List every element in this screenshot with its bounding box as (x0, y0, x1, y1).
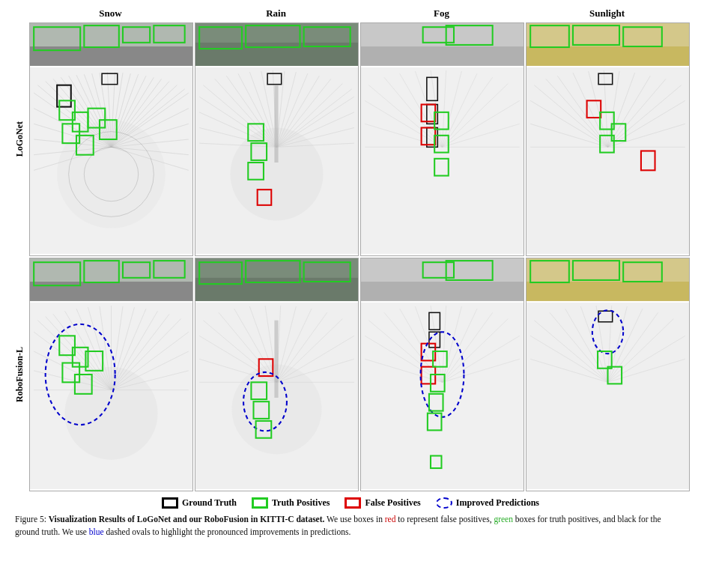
legend-ground-truth: Ground Truth (162, 497, 237, 509)
svg-rect-88 (361, 46, 524, 66)
legend-truth-positives: Truth Positives (252, 497, 330, 509)
cell-logonet-fog (360, 22, 524, 256)
col-header-fog: Fog (359, 7, 524, 19)
caption-blue-word: blue (89, 527, 104, 536)
caption-figure-num: Figure 5: (15, 515, 46, 524)
figure-caption: Figure 5: Visualization Results of LoGoN… (11, 513, 690, 539)
legend-improved-predictions: Improved Predictions (436, 497, 539, 509)
legend-false-positives-box (345, 497, 361, 509)
cell-logonet-sunlight (526, 22, 690, 256)
caption-red-word: red (385, 515, 396, 524)
svg-rect-3 (30, 46, 192, 66)
row-label-robofusion: RoboFusion-L (11, 258, 28, 491)
caption-text1: We use boxes in (327, 515, 385, 524)
svg-rect-146 (30, 282, 192, 301)
cell-robofusion-rain (195, 258, 359, 491)
caption-bold-text: Visualization Results of LoGoNet and our… (49, 515, 325, 524)
col-header-rain: Rain (193, 7, 359, 19)
svg-rect-240 (526, 282, 689, 301)
col-header-sunlight: Sunlight (524, 7, 690, 19)
legend-ground-truth-label: Ground Truth (182, 497, 237, 509)
cell-robofusion-sunlight (526, 258, 690, 491)
legend-truth-positives-box (252, 497, 268, 509)
legend-improved-predictions-label: Improved Predictions (456, 497, 539, 509)
cell-logonet-snow (29, 22, 193, 256)
cell-logonet-rain (195, 22, 359, 256)
figure-container: Snow Rain Fog Sunlight LoGoNet (11, 7, 690, 539)
legend-false-positives: False Positives (345, 497, 420, 509)
legend: Ground Truth Truth Positives False Posit… (11, 497, 690, 509)
svg-point-43 (57, 120, 166, 228)
caption-green-word: green (494, 515, 513, 524)
col-headers: Snow Rain Fog Sunlight (11, 7, 690, 19)
legend-ground-truth-box (162, 497, 178, 509)
cell-robofusion-snow (29, 258, 193, 491)
col-header-snow: Snow (28, 7, 193, 19)
robofusion-row: RoboFusion-L (11, 258, 690, 491)
svg-rect-91 (361, 67, 524, 254)
cell-robofusion-fog (360, 258, 524, 491)
caption-text4: dashed ovals to highlight the pronounced… (104, 527, 351, 536)
legend-truth-positives-label: Truth Positives (272, 497, 330, 509)
svg-rect-244 (526, 303, 689, 489)
logonet-row: LoGoNet (11, 22, 690, 256)
svg-rect-204 (274, 321, 278, 398)
legend-false-positives-label: False Positives (365, 497, 420, 509)
legend-improved-predictions-oval (436, 497, 452, 509)
caption-text2: to represent false positives, (395, 515, 494, 524)
svg-rect-121 (526, 67, 689, 254)
svg-rect-117 (526, 46, 689, 66)
row-label-logonet: LoGoNet (11, 22, 28, 256)
svg-rect-211 (361, 282, 524, 301)
svg-rect-86 (274, 85, 278, 163)
